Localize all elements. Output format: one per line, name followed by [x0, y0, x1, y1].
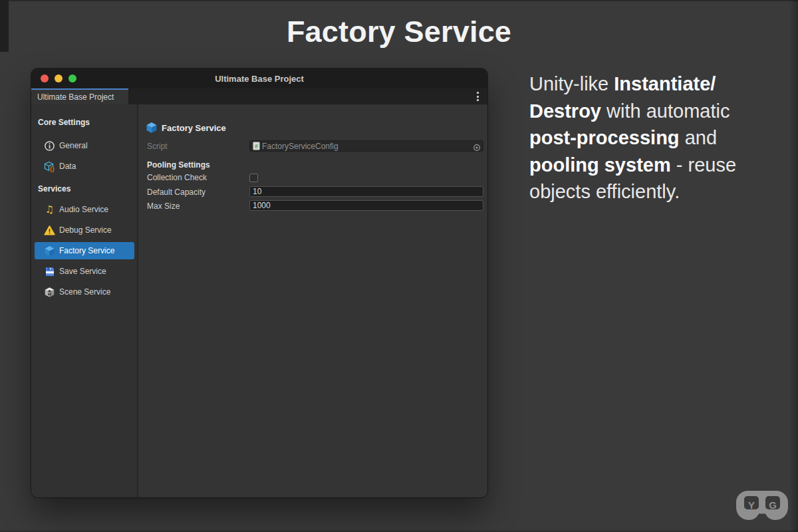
- default-capacity-label: Default Capacity: [147, 188, 205, 197]
- sidebar-item-debug-service[interactable]: Debug Service: [35, 221, 134, 239]
- sidebar-section-services: Services: [38, 184, 137, 194]
- warning-icon: [44, 225, 55, 236]
- tab-ultimate-base-project[interactable]: Ultimate Base Project: [31, 88, 128, 104]
- yg-gamepad-logo: Y G: [736, 489, 788, 521]
- page-title: Factory Service: [0, 15, 798, 49]
- settings-sidebar: Core Settings General: [31, 104, 138, 497]
- feature-description: Unity-like Instantiate/ Destroy with aut…: [529, 70, 755, 205]
- desc-segment: objects efficiently.: [529, 181, 680, 202]
- save-floppy-icon: [44, 266, 55, 277]
- window-controls: [41, 74, 76, 82]
- factory-cube-icon: [146, 122, 158, 134]
- logo-letter-g: G: [769, 499, 777, 511]
- minimize-button[interactable]: [55, 74, 63, 82]
- object-picker-icon[interactable]: [473, 142, 481, 150]
- window-content: Core Settings General: [31, 104, 487, 497]
- desc-segment: pooling system: [529, 154, 671, 176]
- script-object-name: FactoryServiceConfig: [262, 142, 471, 151]
- audio-note-icon: ♫: [44, 204, 55, 215]
- desc-segment: with automatic: [601, 100, 730, 122]
- scene-unity-icon: [44, 287, 55, 298]
- collection-check-checkbox[interactable]: [249, 174, 258, 182]
- inspector-header: Factory Service: [146, 122, 226, 134]
- tab-bar: Ultimate Base Project: [31, 88, 487, 104]
- background-artifact: [789, 0, 798, 532]
- desc-segment: Instantiate/: [614, 73, 716, 94]
- inspector-panel: Factory Service Script # FactoryServiceC…: [140, 104, 487, 497]
- description-line: Unity-like Instantiate/: [529, 70, 755, 98]
- sidebar-item-label: Audio Service: [59, 205, 108, 214]
- factory-cube-icon: [44, 245, 55, 257]
- sidebar-item-general[interactable]: General: [35, 137, 134, 154]
- sidebar-item-scene-service[interactable]: Scene Service: [35, 283, 134, 301]
- sidebar-item-label: Scene Service: [59, 287, 110, 297]
- default-capacity-input[interactable]: [249, 186, 483, 197]
- desc-segment: - reuse: [671, 154, 736, 176]
- sidebar-item-label: Save Service: [59, 267, 106, 276]
- tab-label: Ultimate Base Project: [37, 92, 114, 102]
- zoom-button[interactable]: [68, 74, 76, 82]
- data-cube-icon: {}: [44, 161, 55, 172]
- sidebar-item-label: General: [59, 141, 88, 150]
- window-title: Ultimate Base Project: [215, 74, 304, 84]
- sidebar-item-label: Debug Service: [59, 225, 112, 235]
- desc-segment: Unity-like: [529, 73, 614, 94]
- desc-segment: post-processing: [529, 127, 680, 148]
- sidebar-item-save-service[interactable]: Save Service: [35, 263, 134, 280]
- editor-window: Ultimate Base Project Ultimate Base Proj…: [31, 68, 487, 497]
- desc-segment: Destroy: [529, 100, 601, 122]
- close-button[interactable]: [41, 74, 49, 82]
- csharp-script-icon: #: [252, 142, 260, 151]
- logo-letter-y: Y: [748, 499, 755, 511]
- description-line: Destroy with automatic: [529, 98, 755, 125]
- sidebar-section-core-settings: Core Settings: [38, 117, 137, 128]
- desc-segment: and: [680, 127, 717, 148]
- pooling-settings-header: Pooling Settings: [147, 160, 210, 170]
- sidebar-item-label: Factory Service: [59, 246, 114, 255]
- description-line: objects efficiently.: [529, 178, 755, 205]
- script-label: Script: [147, 142, 168, 151]
- script-object-field[interactable]: # FactoryServiceConfig: [249, 140, 483, 152]
- collection-check-label: Collection Check: [147, 173, 207, 182]
- svg-text:{}: {}: [50, 166, 55, 172]
- description-line: pooling system - reuse: [529, 152, 755, 179]
- background-artifact: [0, 529, 798, 532]
- window-titlebar[interactable]: Ultimate Base Project: [31, 68, 487, 88]
- max-size-input[interactable]: [249, 200, 483, 211]
- background-artifact: [0, 0, 798, 1]
- sidebar-item-data[interactable]: {} Data: [35, 158, 134, 175]
- kebab-menu-icon[interactable]: [476, 92, 479, 101]
- sidebar-item-factory-service[interactable]: Factory Service: [35, 242, 134, 259]
- svg-text:#: #: [254, 143, 257, 150]
- sidebar-item-label: Data: [59, 162, 76, 171]
- max-size-label: Max Size: [147, 201, 180, 211]
- info-icon: [44, 140, 55, 152]
- inspector-title: Factory Service: [162, 123, 226, 133]
- description-line: post-processing and: [529, 124, 755, 152]
- sidebar-item-audio-service[interactable]: ♫ Audio Service: [35, 201, 134, 218]
